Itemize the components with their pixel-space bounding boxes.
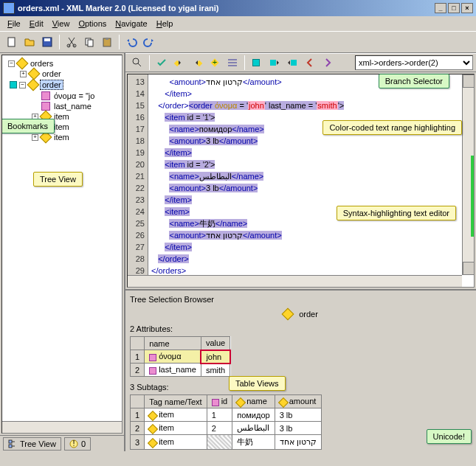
subtags-header: 3 Subtags:: [130, 383, 472, 392]
tree-label: item: [52, 133, 71, 142]
tree-label: όνομα = "jo: [52, 91, 96, 100]
tree-node[interactable]: last_name: [5, 101, 119, 111]
table-row[interactable]: 2 last_name smith: [131, 364, 230, 377]
prev-bookmark-icon[interactable]: [266, 55, 283, 71]
element-icon: [28, 68, 41, 80]
tree-label: last_name: [52, 102, 93, 111]
table-row[interactable]: 2 item 2 البطاطس 3 lb: [131, 422, 322, 435]
next-node-icon[interactable]: [189, 55, 205, 71]
tree-node[interactable]: + order: [5, 69, 119, 79]
element-icon: [27, 79, 40, 91]
attribute-icon: [212, 399, 219, 406]
tree-label: order: [40, 80, 63, 90]
table-row[interactable]: 3 item 牛奶 קרטון אחד: [131, 435, 322, 450]
element-icon: [16, 58, 29, 70]
line-gutter: 1314151617181920212223242526272829: [128, 74, 148, 287]
svg-rect-0: [8, 38, 15, 46]
svg-rect-8: [106, 38, 108, 40]
table-row[interactable]: 1 όνομα john: [131, 350, 230, 364]
add-node-icon[interactable]: +: [207, 55, 223, 71]
element-icon: [148, 437, 158, 448]
menu-view[interactable]: View: [48, 18, 75, 29]
browser-type: order: [130, 310, 472, 319]
tree-selection-browser: Tree Selection Browser order 2 Attribute…: [125, 289, 476, 451]
nav-back-icon[interactable]: [302, 55, 318, 71]
col-amount[interactable]: amount: [275, 395, 321, 408]
col-name[interactable]: name: [232, 395, 275, 408]
element-icon: [148, 410, 158, 420]
tree-label: item: [52, 122, 71, 131]
attributes-header: 2 Attributes:: [130, 324, 472, 333]
editor-toolbar: + xml->orders->order(2): [125, 53, 476, 72]
undo-icon[interactable]: [123, 34, 139, 50]
tree-root[interactable]: − orders: [5, 58, 119, 69]
menu-edit[interactable]: Edit: [25, 18, 48, 29]
menu-options[interactable]: Options: [74, 18, 111, 29]
element-icon: [278, 397, 289, 407]
validate-icon[interactable]: [154, 55, 170, 71]
indent-icon[interactable]: [224, 55, 241, 71]
open-file-icon[interactable]: [21, 34, 38, 50]
next-bookmark-icon[interactable]: [284, 55, 300, 71]
app-icon: [3, 2, 15, 14]
svg-rect-6: [88, 40, 93, 46]
svg-rect-9: [9, 440, 12, 443]
callout-table-views: Table Views: [229, 376, 286, 391]
scrollbar-horizontal[interactable]: [2, 421, 122, 433]
callout-syntax-editor: Syntax-highlighting text editor: [337, 206, 456, 220]
svg-rect-2: [44, 38, 50, 41]
errors-tab[interactable]: ! 0: [64, 437, 91, 451]
left-pane: − orders + order − order όνομα = "jo: [0, 53, 125, 451]
attribute-icon: [41, 102, 50, 111]
tree-view-tab[interactable]: Tree View: [3, 437, 61, 451]
expander-icon[interactable]: −: [19, 82, 26, 88]
prev-node-icon[interactable]: [171, 55, 187, 71]
find-icon[interactable]: [129, 55, 145, 71]
copy-icon[interactable]: [81, 34, 97, 50]
subtags-table[interactable]: Tag name/Text id name amount 1 item 1 по…: [130, 394, 322, 450]
expander-icon[interactable]: +: [20, 71, 27, 77]
element-icon: [235, 397, 246, 407]
col-value[interactable]: value: [201, 337, 230, 350]
code-area[interactable]: <amount>קרטון אחד</amount> </item> </ord…: [148, 74, 474, 287]
menu-bar: File Edit View Options Navigate Help: [0, 16, 476, 31]
tree-view[interactable]: − orders + order − order όνομα = "jo: [1, 55, 123, 434]
redo-icon[interactable]: [141, 34, 157, 50]
tab-label: Tree View: [20, 439, 56, 448]
tree-node-selected[interactable]: − order: [5, 79, 119, 91]
menu-help[interactable]: Help: [152, 18, 178, 29]
callout-unicode: Unicode!: [427, 429, 472, 444]
right-pane: + xml->orders->order(2) 1314151617181920…: [125, 53, 476, 451]
tree-node[interactable]: όνομα = "jo: [5, 91, 119, 101]
tree-label: order: [41, 69, 63, 78]
save-icon[interactable]: [39, 34, 55, 50]
minimize-button[interactable]: _: [435, 3, 446, 13]
col-name[interactable]: name: [145, 337, 201, 350]
tree-node[interactable]: + item: [5, 132, 119, 142]
close-button[interactable]: ×: [461, 3, 473, 13]
code-editor[interactable]: 1314151617181920212223242526272829 <amou…: [127, 74, 475, 288]
element-icon: [282, 308, 294, 321]
paste-icon[interactable]: [99, 34, 115, 50]
bookmark-toggle-icon[interactable]: [249, 55, 265, 71]
col-id[interactable]: id: [207, 395, 232, 408]
svg-rect-18: [270, 60, 276, 66]
browser-title: Tree Selection Browser: [130, 295, 472, 304]
expander-icon[interactable]: +: [32, 134, 38, 141]
scrollbar-horizontal[interactable]: [128, 275, 462, 287]
table-row[interactable]: 1 item 1 помидор 3 lb: [131, 408, 322, 422]
nav-forward-icon[interactable]: [320, 55, 336, 71]
menu-file[interactable]: File: [3, 18, 25, 29]
branch-selector[interactable]: xml->orders->order(2): [355, 55, 473, 70]
callout-bookmarks: Bookmarks: [1, 119, 55, 133]
tree-label: item: [52, 112, 71, 121]
maximize-button[interactable]: □: [448, 3, 460, 13]
expander-icon[interactable]: −: [8, 60, 15, 67]
svg-text:!: !: [72, 439, 75, 448]
cut-icon[interactable]: [63, 34, 80, 50]
scrollbar-vertical[interactable]: [462, 74, 474, 275]
menu-navigate[interactable]: Navigate: [111, 18, 151, 29]
col-tag[interactable]: Tag name/Text: [145, 395, 207, 408]
attributes-table[interactable]: name value 1 όνομα john 2 last_name smit…: [130, 336, 231, 377]
new-file-icon[interactable]: [4, 34, 20, 50]
